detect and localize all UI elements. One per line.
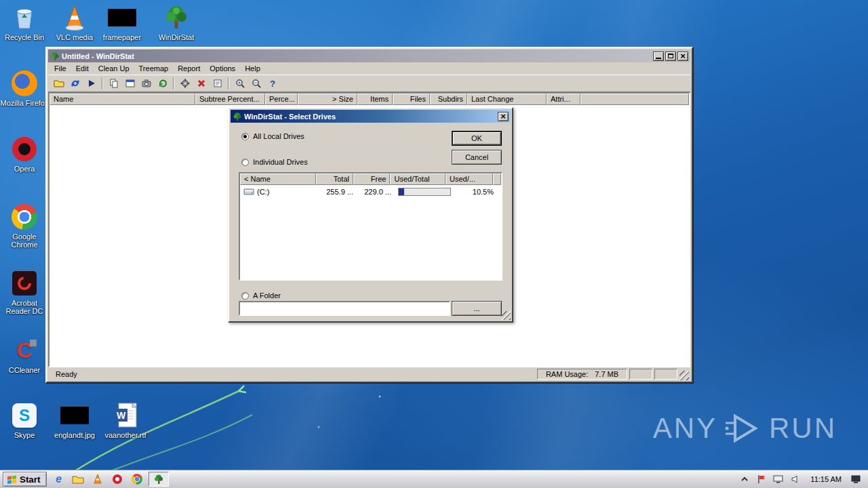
radio-individual-drives[interactable]: Individual Drives [241,158,308,166]
zoom-out-icon[interactable] [248,76,264,91]
ok-button[interactable]: OK [452,131,502,146]
maximize-button[interactable] [665,52,676,61]
resize-grip[interactable] [679,371,689,380]
desktop-icon-ccleaner[interactable]: C CCleaner [3,337,46,374]
drive-free: 229.0 ... [357,188,395,196]
zoom-in-icon[interactable] [232,76,248,91]
main-window-titlebar[interactable]: Untitled - WinDirStat [48,49,690,62]
menu-edit[interactable]: Edit [71,63,94,74]
close-button[interactable] [677,52,688,61]
dialog-close-button[interactable] [498,112,509,121]
desktop-icon-firefox[interactable]: Mozilla Firefox [3,70,46,107]
menu-file[interactable]: File [50,63,71,74]
desktop-icon-framepaper[interactable]: framepaper [100,4,144,41]
dialog-resize-grip[interactable] [502,311,511,320]
column-name[interactable]: Name [50,94,195,105]
screenshot-icon[interactable] [138,76,154,91]
column-subdirs[interactable]: Subdirs [430,94,467,105]
desktop-icon-recycle-bin[interactable]: Recycle Bin [3,4,46,41]
start-button[interactable]: Start [3,472,47,487]
menu-help[interactable]: Help [240,63,265,74]
hidden-icons-chevron-icon[interactable] [738,473,751,485]
desktop-icon-label: VLC media [56,33,93,41]
desktop-icon-chrome[interactable]: Google Chrome [3,203,46,249]
configure-icon[interactable] [177,76,193,91]
radio-all-local-drives[interactable]: All Local Drives [241,132,304,140]
menu-options[interactable]: Options [205,63,240,74]
desktop-icon-opera[interactable]: Opera [3,136,46,173]
properties-icon[interactable] [210,76,225,91]
taskbar-windirstat-task-button[interactable] [149,472,169,487]
chrome-icon [9,203,39,230]
refresh-selected-icon[interactable] [155,76,170,91]
dialog-titlebar[interactable]: WinDirStat - Select Drives [231,110,511,123]
help-icon[interactable]: ? [264,76,280,91]
windirstat-app-icon [233,112,242,121]
redacted-image-icon [60,402,90,429]
desktop-icon-label: Acrobat Reader DC [3,299,46,315]
desktop-icon-label: Google Chrome [3,232,46,249]
desktop-icon-label: Skype [14,431,35,439]
recycle-bin-icon [9,4,39,31]
close-icon [680,51,686,61]
toolbar: ? [48,75,690,92]
refresh-all-icon[interactable] [67,76,83,91]
radio-a-folder[interactable]: A Folder [241,291,281,300]
desktop-icon-skype[interactable]: S Skype [3,402,46,439]
open-icon[interactable] [51,76,66,91]
action-center-flag-icon[interactable] [755,473,768,485]
anyrun-watermark: ANY RUN [653,412,837,445]
drive-row-c[interactable]: (C:) 255.9 ... 229.0 ... 10.5% [240,185,501,198]
desktop-icon-englandt[interactable]: englandt.jpg [53,402,96,439]
opera-icon [9,136,39,163]
display-status-icon[interactable] [772,473,785,485]
close-icon [500,111,506,121]
column-attributes[interactable]: Attri... [547,94,580,105]
desktop-icon-vaanother[interactable]: W vaanother.rtf [104,402,147,439]
drive-column-name[interactable]: < Name [240,174,316,185]
taskbar-opera-icon[interactable] [109,472,125,487]
taskbar-clock[interactable]: 11:15 AM [806,475,846,483]
drive-column-free[interactable]: Free [353,174,391,185]
taskbar-internet-explorer-icon[interactable]: e [50,472,66,487]
network-status-icon[interactable] [850,473,863,485]
taskbar-explorer-folder-icon[interactable] [70,472,86,487]
column-subtree-percentage[interactable]: Subtree Percent... [195,94,265,105]
drive-name: (C:) [257,188,269,196]
drive-column-used-total-pct[interactable]: Used/... [446,174,493,185]
taskbar-chrome-icon[interactable] [129,472,145,487]
minimize-icon [656,58,661,59]
column-percentage[interactable]: Perce... [265,94,298,105]
column-items[interactable]: Items [357,94,393,105]
menu-treemap[interactable]: Treemap [134,63,174,74]
desktop-icon-windirstat[interactable]: WinDirStat [155,4,198,41]
volume-icon[interactable] [789,473,802,485]
anyrun-play-logo-icon [724,412,762,445]
desktop-icon-acrobat[interactable]: Acrobat Reader DC [3,270,46,315]
desktop-icon-label: Mozilla Firefox [1,99,49,107]
taskbar-vlc-icon[interactable] [90,472,106,487]
acrobat-reader-icon [9,270,39,297]
column-size[interactable]: > Size [298,94,357,105]
word-document-icon: W [111,402,140,429]
drive-column-used-total-bar[interactable]: Used/Total [390,174,446,185]
column-files[interactable]: Files [393,94,430,105]
menu-report[interactable]: Report [173,63,205,74]
desktop-icon-label: Opera [14,165,35,173]
column-last-change[interactable]: Last Change [467,94,547,105]
desktop-icon-vlc[interactable]: VLC media [53,4,96,41]
open-explorer-icon[interactable] [122,76,138,91]
ram-usage-label: RAM Usage: [546,370,588,378]
copy-path-icon[interactable] [106,76,121,91]
resume-icon[interactable] [83,76,99,91]
minimize-button[interactable] [653,52,664,61]
drive-column-total[interactable]: Total [316,174,353,185]
watermark-text-run: RUN [769,413,837,444]
browse-button[interactable]: ... [452,301,502,316]
desktop-icon-label: WinDirStat [159,33,195,41]
status-bar: Ready RAM Usage: 7.7 MB [48,367,690,380]
cancel-button[interactable]: Cancel [452,150,502,165]
menu-clean-up[interactable]: Clean Up [94,63,134,74]
delete-icon[interactable] [193,76,209,91]
folder-path-input[interactable] [239,301,450,316]
